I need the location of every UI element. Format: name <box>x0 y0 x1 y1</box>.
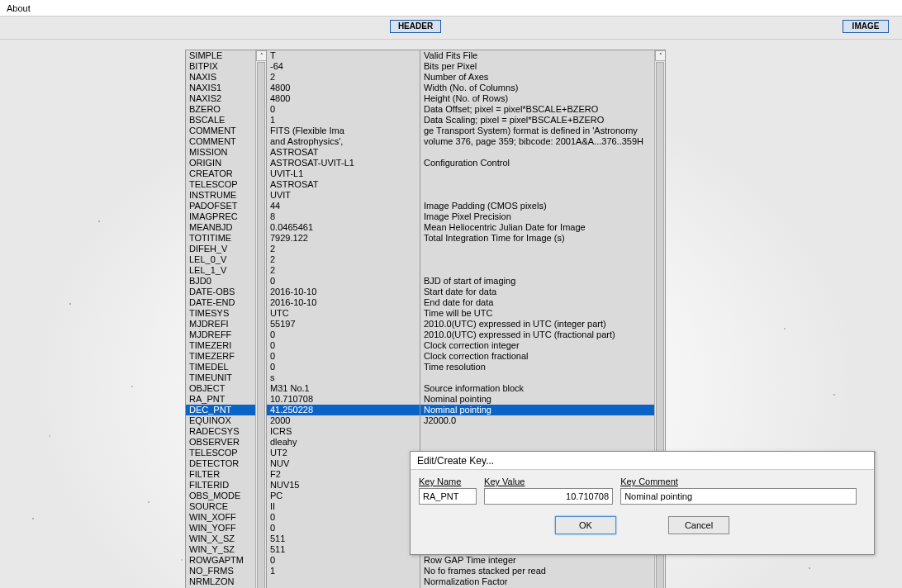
table-row[interactable]: NRMLZON <box>186 576 266 587</box>
table-row[interactable]: Time will be UTC <box>420 308 665 319</box>
ok-button[interactable]: OK <box>555 516 616 534</box>
table-row[interactable]: 1 <box>267 115 420 126</box>
table-row[interactable]: Valid Fits File <box>420 50 665 61</box>
scroll-up-icon[interactable]: ˄ <box>655 50 666 61</box>
table-row[interactable]: and Astrophysics', <box>267 136 420 147</box>
table-row[interactable]: UVIT-L1 <box>267 168 420 179</box>
table-row[interactable]: ROWGAPTM <box>186 555 266 566</box>
input-key-value[interactable] <box>484 488 613 505</box>
table-row[interactable]: 2 <box>267 265 420 276</box>
table-row[interactable]: 8 <box>267 211 420 222</box>
table-row[interactable]: BJD of start of imaging <box>420 276 665 287</box>
table-row[interactable]: T <box>267 50 420 61</box>
scroll-thumb[interactable] <box>257 62 265 588</box>
table-row[interactable]: 41.250228 <box>267 405 420 415</box>
table-row[interactable]: 0 <box>267 104 420 115</box>
table-row[interactable]: RA_PNT <box>186 394 266 405</box>
table-row[interactable]: Start date for data <box>420 287 665 297</box>
table-row[interactable]: 0 <box>267 523 420 533</box>
table-row[interactable]: F2 <box>267 469 420 480</box>
table-row[interactable]: dleahy <box>267 437 420 448</box>
table-row[interactable]: BZERO <box>186 104 266 115</box>
table-row[interactable]: Data Offset; pixel = pixel*BSCALE+BZERO <box>420 104 665 115</box>
table-row[interactable]: OBSERVER <box>186 437 266 448</box>
table-row[interactable]: NAXIS2 <box>186 93 266 104</box>
table-row[interactable]: -64 <box>267 61 420 72</box>
table-row[interactable]: CREATOR <box>186 168 266 179</box>
cancel-button[interactable]: Cancel <box>668 516 729 534</box>
table-row[interactable]: ge Transport System) format is defined i… <box>420 126 665 136</box>
table-row[interactable]: EQUINOX <box>186 415 266 426</box>
table-row[interactable]: 0 <box>267 330 420 340</box>
table-row[interactable]: Clock correction fractional <box>420 351 665 362</box>
table-row[interactable]: OBJECT <box>186 383 266 394</box>
column-key[interactable]: SIMPLEBITPIXNAXISNAXIS1NAXIS2BZEROBSCALE… <box>185 50 267 588</box>
table-row[interactable]: BSCALE <box>186 115 266 126</box>
table-row[interactable]: LEL_1_V <box>186 265 266 276</box>
table-row[interactable]: No fo frames stacked per read <box>420 566 665 576</box>
table-row[interactable]: 0 <box>267 276 420 287</box>
table-row[interactable]: NUV15 <box>267 480 420 491</box>
table-row[interactable]: 2000 <box>267 415 420 426</box>
table-row[interactable]: UVIT <box>267 190 420 201</box>
table-row[interactable]: PADOFSET <box>186 201 266 211</box>
table-row[interactable]: II <box>267 501 420 512</box>
table-row[interactable]: ORIGIN <box>186 158 266 168</box>
table-row[interactable]: Mean Heliocentric Julian Date for Image <box>420 222 665 233</box>
table-row[interactable] <box>420 426 665 437</box>
table-row[interactable]: TIMEUNIT <box>186 372 266 383</box>
table-row[interactable]: 44 <box>267 201 420 211</box>
table-row[interactable]: Clock correction integer <box>420 340 665 351</box>
table-row[interactable]: 0.0465461 <box>267 222 420 233</box>
table-row[interactable]: Nominal pointing <box>420 405 665 415</box>
table-row[interactable]: WIN_YOFF <box>186 523 266 533</box>
table-row[interactable]: 4800 <box>267 93 420 104</box>
table-row[interactable]: Data Scaling; pixel = pixel*BSCALE+BZERO <box>420 115 665 126</box>
table-row[interactable]: 4800 <box>267 83 420 93</box>
table-row[interactable]: DEC_PNT <box>186 405 266 415</box>
table-row[interactable] <box>267 576 420 587</box>
table-row[interactable]: Normalization Factor <box>420 576 665 587</box>
table-row[interactable]: 55197 <box>267 319 420 330</box>
table-row[interactable]: INSTRUME <box>186 190 266 201</box>
table-row[interactable]: Row GAP Time integer <box>420 555 665 566</box>
table-row[interactable]: Number of Axes <box>420 72 665 83</box>
table-row[interactable]: Width (No. of Columns) <box>420 83 665 93</box>
table-row[interactable] <box>420 190 665 201</box>
table-row[interactable]: 2016-10-10 <box>267 287 420 297</box>
table-row[interactable]: 2010.0(UTC) expressed in UTC (fractional… <box>420 330 665 340</box>
table-row[interactable] <box>420 179 665 190</box>
table-row[interactable]: 2010.0(UTC) expressed in UTC (integer pa… <box>420 319 665 330</box>
table-row[interactable]: TIMEDEL <box>186 362 266 372</box>
table-row[interactable] <box>420 147 665 158</box>
column-value[interactable]: T-6424800480001FITS (Flexible Imaand Ast… <box>266 50 420 588</box>
table-row[interactable]: TOTITIME <box>186 233 266 244</box>
table-row[interactable]: 511 <box>267 544 420 555</box>
table-row[interactable]: 0 <box>267 351 420 362</box>
table-row[interactable]: 511 <box>267 533 420 544</box>
table-row[interactable]: Time resolution <box>420 362 665 372</box>
table-row[interactable]: FITS (Flexible Ima <box>267 126 420 136</box>
table-row[interactable]: MISSION <box>186 147 266 158</box>
table-row[interactable]: SOURCE <box>186 501 266 512</box>
tab-header[interactable]: HEADER <box>390 20 441 33</box>
table-row[interactable]: Image Pixel Precision <box>420 211 665 222</box>
table-row[interactable]: NAXIS <box>186 72 266 83</box>
table-row[interactable]: FILTER <box>186 469 266 480</box>
table-row[interactable]: DATE-OBS <box>186 287 266 297</box>
table-row[interactable]: NO_FRMS <box>186 566 266 576</box>
table-row[interactable] <box>420 437 665 448</box>
table-row[interactable]: OBS_MODE <box>186 491 266 501</box>
table-row[interactable]: 2 <box>267 254 420 265</box>
table-row[interactable]: volume 376, page 359; bibcode: 2001A&A..… <box>420 136 665 147</box>
table-row[interactable]: 2 <box>267 72 420 83</box>
table-row[interactable]: MJDREFI <box>186 319 266 330</box>
table-row[interactable]: Bits per Pixel <box>420 61 665 72</box>
table-row[interactable]: ASTROSAT <box>267 147 420 158</box>
table-row[interactable]: 0 <box>267 340 420 351</box>
table-row[interactable]: DATE-END <box>186 297 266 308</box>
table-row[interactable]: UTC <box>267 308 420 319</box>
table-row[interactable]: RADECSYS <box>186 426 266 437</box>
table-row[interactable] <box>420 265 665 276</box>
table-row[interactable]: COMMENT <box>186 126 266 136</box>
